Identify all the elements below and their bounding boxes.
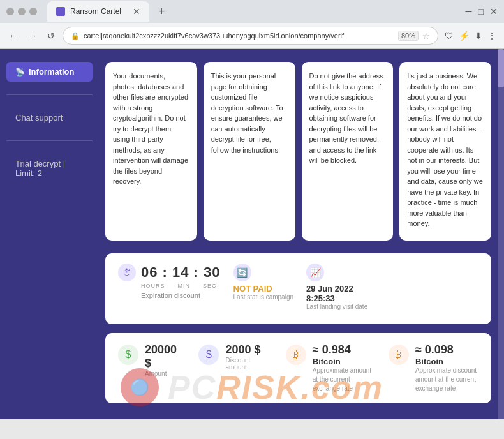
date-value: 29 Jun 2022 8:25:33	[306, 284, 367, 303]
sidebar-divider-2	[6, 140, 93, 141]
title-bar: Ransom Cartel ✕ + ─ □ ✕	[0, 0, 504, 23]
tab-close-button[interactable]: ✕	[133, 6, 140, 17]
sec-label: SEC	[203, 283, 217, 289]
sidebar-item-trial-label: Trial decrypt | Limit: 2	[15, 159, 65, 178]
tab-bar: Ransom Cartel ✕ + ─ □ ✕	[47, 1, 498, 22]
hours-label: HOURS	[141, 283, 165, 289]
sidebar-item-chat-label: Chat support	[15, 113, 63, 123]
sidebar-divider	[6, 94, 93, 95]
bookmark-icon[interactable]: ☆	[422, 31, 430, 41]
bitcoin-icon-0: ₿	[286, 345, 306, 365]
info-card-text-1: This is your personal page for obtaining…	[211, 72, 283, 154]
shield-icon[interactable]: 🛡	[443, 29, 455, 42]
info-card-3: Its just a business. We absolutely do no…	[399, 62, 491, 241]
payment-status-block: 🔄 NOT PAID Last status campaign	[233, 264, 294, 301]
sidebar-item-information[interactable]: 📡 Information	[6, 62, 93, 82]
scrollbar[interactable]	[498, 49, 504, 419]
dollar-icon-0: $	[118, 345, 138, 365]
amounts-row: $ 20000 $ Amount $ 2000 $ Discount amoun…	[118, 343, 478, 393]
url-box[interactable]: 🔒 cartel|raqonekult2cxbzzz2ukiff7v6cav3w…	[63, 27, 438, 45]
amount-value-0: 20000 $	[145, 343, 186, 370]
expiration-label: Expiration discount	[141, 292, 200, 299]
zoom-badge: 80%	[398, 31, 419, 41]
amount-block-1: $ 2000 $ Discount amount	[198, 343, 272, 371]
back-button[interactable]: ←	[6, 28, 20, 43]
amount-info-0: 20000 $ Amount	[145, 343, 186, 377]
extension-icon[interactable]: ⚡	[457, 29, 471, 42]
amount-value-3: ≈ 0.098	[415, 343, 478, 357]
restore-win-button[interactable]: □	[478, 6, 484, 17]
last-status-label: Last status campaign	[233, 294, 294, 301]
info-card-text-2: Do not give the address of this link to …	[309, 72, 383, 164]
radio-icon: 📡	[15, 68, 25, 77]
download-icon[interactable]: ⬇	[473, 29, 484, 42]
amount-unit-3: Bitcoin	[415, 357, 478, 366]
dollar-icon-1: $	[198, 345, 219, 365]
timer-value: 06 : 14 : 30	[141, 264, 221, 281]
amount-info-2: ≈ 0.984 Bitcoin Approximate amount at th…	[313, 343, 376, 393]
active-tab[interactable]: Ransom Cartel ✕	[47, 1, 149, 22]
timer-labels: HOURS MIN SEC	[141, 283, 217, 289]
date-block: 📈 29 Jun 2022 8:25:33 Last landing visit…	[306, 264, 367, 310]
url-text: cartel|raqonekult2cxbzzz2ukiff7v6cav3w37…	[84, 32, 394, 40]
amount-desc-3: Approximate discount amount at the curre…	[415, 366, 478, 393]
amount-block-2: ₿ ≈ 0.984 Bitcoin Approximate amount at …	[286, 343, 376, 393]
timer-block: ⏱ 06 : 14 : 30 HOURS MIN SEC Expiration …	[118, 264, 221, 299]
amount-label-1: Discount amount	[225, 357, 272, 371]
forward-button[interactable]: →	[26, 28, 40, 43]
tab-favicon	[56, 7, 65, 16]
browser-chrome: Ransom Cartel ✕ + ─ □ ✕ ← → ↺ 🔒 cartel|r…	[0, 0, 504, 49]
amount-info-1: 2000 $ Discount amount	[225, 343, 272, 371]
date-sub-label: Last landing visit date	[306, 303, 367, 310]
info-card-1: This is your personal page for obtaining…	[204, 62, 295, 241]
info-card-2: Do not give the address of this link to …	[302, 62, 394, 241]
info-card-text-3: Its just a business. We absolutely do no…	[407, 72, 483, 227]
sidebar-item-information-label: Information	[29, 67, 75, 77]
address-bar: ← → ↺ 🔒 cartel|raqonekult2cxbzzz2ukiff7v…	[0, 23, 504, 48]
status-panel: ⏱ 06 : 14 : 30 HOURS MIN SEC Expiration …	[105, 253, 491, 324]
status-row: ⏱ 06 : 14 : 30 HOURS MIN SEC Expiration …	[118, 264, 478, 310]
sidebar: 📡 Information Chat support Trial decrypt…	[0, 49, 99, 419]
not-paid-label: NOT PAID	[233, 284, 294, 294]
amount-block-3: ₿ ≈ 0.098 Bitcoin Approximate discount a…	[389, 343, 478, 393]
amount-info-3: ≈ 0.098 Bitcoin Approximate discount amo…	[415, 343, 478, 393]
address-actions: 🛡 ⚡ ⬇ ⋮	[443, 29, 498, 42]
minimize-button[interactable]	[6, 8, 14, 15]
min-label: MIN	[178, 283, 191, 289]
amount-value-2: ≈ 0.984	[313, 343, 376, 357]
sidebar-item-trial-decrypt[interactable]: Trial decrypt | Limit: 2	[6, 154, 93, 183]
close-win-button[interactable]: ✕	[490, 6, 498, 17]
bitcoin-icon-1: ₿	[389, 345, 409, 365]
info-card-0: Your documents, photos, databases and ot…	[105, 62, 197, 241]
trend-icon: 📈	[306, 264, 324, 281]
scrollbar-thumb[interactable]	[498, 49, 504, 87]
sidebar-item-chat-support[interactable]: Chat support	[6, 108, 93, 128]
main-area: Your documents, photos, databases and ot…	[99, 49, 498, 419]
amount-desc-2: Approximate amount at the current exchan…	[313, 366, 376, 393]
menu-icon[interactable]: ⋮	[486, 29, 498, 42]
info-card-text-0: Your documents, photos, databases and ot…	[113, 72, 188, 185]
maximize-button[interactable]	[18, 8, 26, 15]
lock-icon: 🔒	[71, 32, 80, 40]
page-content: 📡 Information Chat support Trial decrypt…	[0, 49, 504, 419]
refresh-status-icon: 🔄	[233, 264, 251, 281]
amount-label-0: Amount	[145, 370, 186, 377]
minimize-win-button[interactable]: ─	[466, 6, 472, 17]
refresh-button[interactable]: ↺	[45, 28, 57, 43]
amount-unit-2: Bitcoin	[313, 357, 376, 366]
amount-value-1: 2000 $	[225, 343, 272, 357]
amounts-panel: $ 20000 $ Amount $ 2000 $ Discount amoun…	[105, 333, 491, 403]
tab-title: Ransom Cartel	[70, 7, 121, 16]
new-tab-button[interactable]: +	[153, 1, 170, 22]
timer-icon-row: ⏱ 06 : 14 : 30	[118, 264, 221, 281]
window-controls	[6, 8, 37, 15]
cards-row: Your documents, photos, databases and ot…	[105, 62, 491, 241]
amount-block-0: $ 20000 $ Amount	[118, 343, 186, 377]
close-button[interactable]	[29, 8, 37, 15]
clock-icon: ⏱	[118, 264, 136, 281]
